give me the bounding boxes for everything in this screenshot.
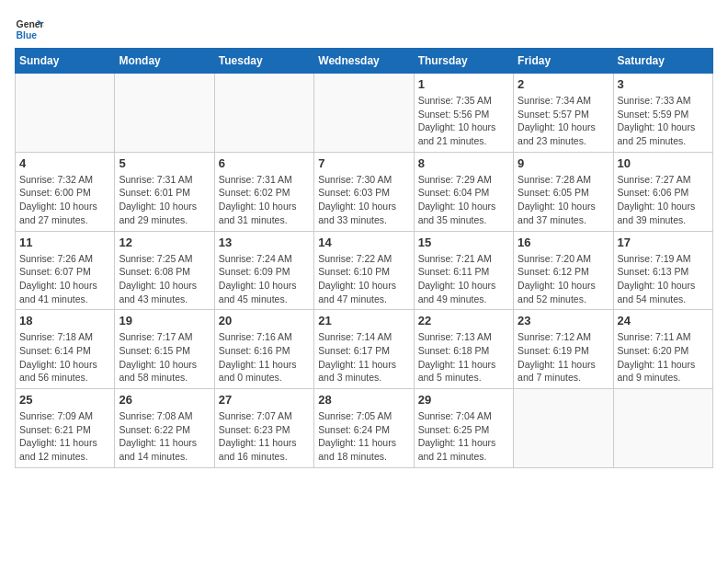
calendar-cell: 9Sunrise: 7:28 AM Sunset: 6:05 PM Daylig…	[514, 152, 613, 231]
calendar-cell	[514, 389, 613, 468]
day-number: 22	[418, 314, 509, 327]
day-number: 11	[19, 236, 110, 249]
day-number: 20	[219, 314, 310, 327]
calendar-cell: 8Sunrise: 7:29 AM Sunset: 6:04 PM Daylig…	[414, 152, 513, 231]
calendar-cell: 19Sunrise: 7:17 AM Sunset: 6:15 PM Dayli…	[115, 310, 214, 389]
calendar-cell: 23Sunrise: 7:12 AM Sunset: 6:19 PM Dayli…	[514, 310, 613, 389]
logo-icon: General Blue	[15, 15, 44, 44]
day-detail: Sunrise: 7:08 AM Sunset: 6:22 PM Dayligh…	[119, 409, 210, 464]
day-number: 7	[318, 156, 409, 170]
day-detail: Sunrise: 7:28 AM Sunset: 6:05 PM Dayligh…	[518, 173, 609, 227]
day-number: 3	[618, 77, 709, 91]
calendar-cell: 16Sunrise: 7:20 AM Sunset: 6:12 PM Dayli…	[514, 231, 613, 310]
calendar-cell	[314, 74, 414, 153]
calendar-cell	[115, 74, 214, 153]
day-number: 12	[119, 236, 210, 249]
day-number: 8	[418, 156, 509, 170]
day-detail: Sunrise: 7:27 AM Sunset: 6:06 PM Dayligh…	[618, 173, 709, 227]
calendar-cell: 27Sunrise: 7:07 AM Sunset: 6:23 PM Dayli…	[214, 389, 313, 468]
day-detail: Sunrise: 7:13 AM Sunset: 6:18 PM Dayligh…	[418, 330, 509, 385]
week-row: 4Sunrise: 7:32 AM Sunset: 6:00 PM Daylig…	[16, 152, 713, 231]
day-number: 23	[518, 314, 609, 327]
day-number: 18	[19, 314, 110, 327]
day-number: 2	[518, 77, 609, 91]
calendar-cell: 25Sunrise: 7:09 AM Sunset: 6:21 PM Dayli…	[16, 389, 115, 468]
day-number: 21	[318, 314, 409, 327]
calendar-cell	[613, 389, 712, 468]
day-detail: Sunrise: 7:05 AM Sunset: 6:24 PM Dayligh…	[318, 409, 409, 464]
day-detail: Sunrise: 7:11 AM Sunset: 6:20 PM Dayligh…	[618, 330, 709, 385]
calendar-cell: 18Sunrise: 7:18 AM Sunset: 6:14 PM Dayli…	[16, 310, 115, 389]
calendar-cell: 2Sunrise: 7:34 AM Sunset: 5:57 PM Daylig…	[514, 74, 613, 153]
day-detail: Sunrise: 7:09 AM Sunset: 6:21 PM Dayligh…	[19, 409, 110, 464]
calendar-cell: 21Sunrise: 7:14 AM Sunset: 6:17 PM Dayli…	[314, 310, 414, 389]
day-detail: Sunrise: 7:12 AM Sunset: 6:19 PM Dayligh…	[518, 330, 609, 385]
day-detail: Sunrise: 7:25 AM Sunset: 6:08 PM Dayligh…	[119, 252, 210, 306]
day-detail: Sunrise: 7:31 AM Sunset: 6:02 PM Dayligh…	[219, 173, 310, 227]
day-detail: Sunrise: 7:19 AM Sunset: 6:13 PM Dayligh…	[618, 252, 709, 306]
day-number: 9	[518, 156, 609, 170]
day-number: 15	[418, 236, 509, 249]
day-detail: Sunrise: 7:22 AM Sunset: 6:10 PM Dayligh…	[318, 252, 409, 306]
day-detail: Sunrise: 7:26 AM Sunset: 6:07 PM Dayligh…	[19, 252, 110, 306]
day-detail: Sunrise: 7:07 AM Sunset: 6:23 PM Dayligh…	[219, 409, 310, 464]
day-detail: Sunrise: 7:17 AM Sunset: 6:15 PM Dayligh…	[119, 330, 210, 385]
calendar-table: SundayMondayTuesdayWednesdayThursdayFrid…	[15, 48, 713, 468]
day-of-week-header: Monday	[115, 49, 214, 74]
day-number: 27	[219, 393, 310, 407]
calendar-cell: 29Sunrise: 7:04 AM Sunset: 6:25 PM Dayli…	[414, 389, 513, 468]
day-of-week-header: Sunday	[16, 49, 115, 74]
calendar-cell: 11Sunrise: 7:26 AM Sunset: 6:07 PM Dayli…	[16, 231, 115, 310]
logo: General Blue	[15, 15, 48, 44]
day-of-week-header: Wednesday	[314, 49, 414, 74]
calendar-cell: 12Sunrise: 7:25 AM Sunset: 6:08 PM Dayli…	[115, 231, 214, 310]
day-number: 4	[19, 156, 110, 170]
day-detail: Sunrise: 7:14 AM Sunset: 6:17 PM Dayligh…	[318, 330, 409, 385]
day-of-week-header: Friday	[514, 49, 613, 74]
day-detail: Sunrise: 7:24 AM Sunset: 6:09 PM Dayligh…	[219, 252, 310, 306]
day-detail: Sunrise: 7:18 AM Sunset: 6:14 PM Dayligh…	[19, 330, 110, 385]
svg-text:Blue: Blue	[17, 30, 38, 40]
day-detail: Sunrise: 7:35 AM Sunset: 5:56 PM Dayligh…	[418, 94, 509, 148]
calendar-cell: 14Sunrise: 7:22 AM Sunset: 6:10 PM Dayli…	[314, 231, 414, 310]
week-row: 18Sunrise: 7:18 AM Sunset: 6:14 PM Dayli…	[16, 310, 713, 389]
calendar-cell: 26Sunrise: 7:08 AM Sunset: 6:22 PM Dayli…	[115, 389, 214, 468]
day-number: 29	[418, 393, 509, 407]
calendar-cell	[16, 74, 115, 153]
day-detail: Sunrise: 7:30 AM Sunset: 6:03 PM Dayligh…	[318, 173, 409, 227]
day-number: 17	[618, 236, 709, 249]
day-number: 6	[219, 156, 310, 170]
calendar-cell: 20Sunrise: 7:16 AM Sunset: 6:16 PM Dayli…	[214, 310, 313, 389]
header: General Blue	[15, 15, 713, 44]
day-of-week-header: Thursday	[414, 49, 513, 74]
week-row: 25Sunrise: 7:09 AM Sunset: 6:21 PM Dayli…	[16, 389, 713, 468]
calendar-cell: 17Sunrise: 7:19 AM Sunset: 6:13 PM Dayli…	[613, 231, 712, 310]
day-of-week-header: Saturday	[613, 49, 712, 74]
calendar-body: 1Sunrise: 7:35 AM Sunset: 5:56 PM Daylig…	[16, 74, 713, 468]
day-number: 1	[418, 77, 509, 91]
calendar-cell: 4Sunrise: 7:32 AM Sunset: 6:00 PM Daylig…	[16, 152, 115, 231]
day-detail: Sunrise: 7:29 AM Sunset: 6:04 PM Dayligh…	[418, 173, 509, 227]
week-row: 1Sunrise: 7:35 AM Sunset: 5:56 PM Daylig…	[16, 74, 713, 153]
calendar-cell: 24Sunrise: 7:11 AM Sunset: 6:20 PM Dayli…	[613, 310, 712, 389]
day-detail: Sunrise: 7:21 AM Sunset: 6:11 PM Dayligh…	[418, 252, 509, 306]
day-number: 28	[318, 393, 409, 407]
day-number: 24	[618, 314, 709, 327]
day-detail: Sunrise: 7:32 AM Sunset: 6:00 PM Dayligh…	[19, 173, 110, 227]
day-detail: Sunrise: 7:31 AM Sunset: 6:01 PM Dayligh…	[119, 173, 210, 227]
day-number: 25	[19, 393, 110, 407]
day-number: 14	[318, 236, 409, 249]
calendar-cell: 28Sunrise: 7:05 AM Sunset: 6:24 PM Dayli…	[314, 389, 414, 468]
day-detail: Sunrise: 7:34 AM Sunset: 5:57 PM Dayligh…	[518, 94, 609, 148]
calendar-cell: 15Sunrise: 7:21 AM Sunset: 6:11 PM Dayli…	[414, 231, 513, 310]
calendar-cell: 7Sunrise: 7:30 AM Sunset: 6:03 PM Daylig…	[314, 152, 414, 231]
day-of-week-header: Tuesday	[214, 49, 313, 74]
day-number: 10	[618, 156, 709, 170]
day-number: 13	[219, 236, 310, 249]
week-row: 11Sunrise: 7:26 AM Sunset: 6:07 PM Dayli…	[16, 231, 713, 310]
day-detail: Sunrise: 7:20 AM Sunset: 6:12 PM Dayligh…	[518, 252, 609, 306]
day-detail: Sunrise: 7:16 AM Sunset: 6:16 PM Dayligh…	[219, 330, 310, 385]
calendar-cell: 22Sunrise: 7:13 AM Sunset: 6:18 PM Dayli…	[414, 310, 513, 389]
calendar-cell: 5Sunrise: 7:31 AM Sunset: 6:01 PM Daylig…	[115, 152, 214, 231]
calendar-cell: 1Sunrise: 7:35 AM Sunset: 5:56 PM Daylig…	[414, 74, 513, 153]
